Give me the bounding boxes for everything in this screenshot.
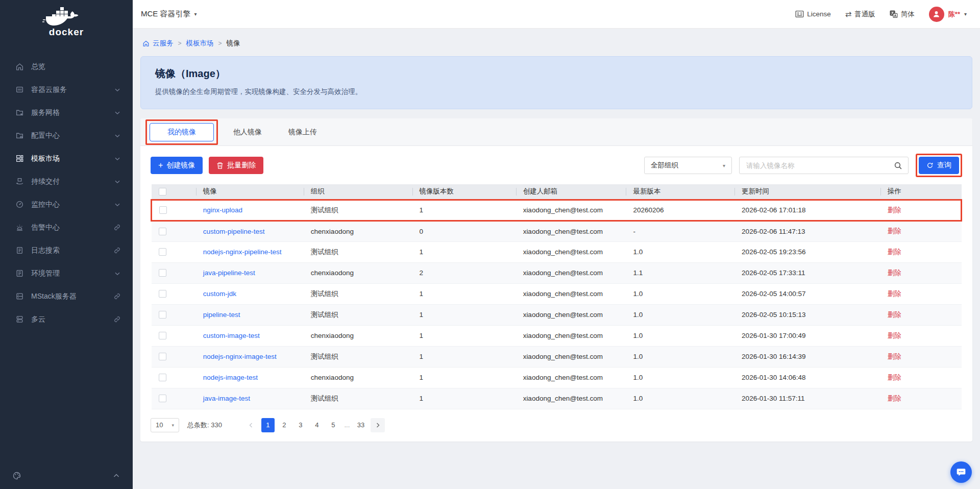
row-checkbox[interactable] xyxy=(159,269,166,277)
image-name-link[interactable]: nodejs-image-test xyxy=(203,374,258,381)
org-filter-select[interactable]: 全部组织 ▾ xyxy=(644,157,732,174)
page-number-3[interactable]: 3 xyxy=(294,418,307,432)
row-checkbox[interactable] xyxy=(159,206,167,214)
org-cell: 测试组织 xyxy=(304,283,412,304)
chevron-down-icon xyxy=(114,87,120,93)
delete-link[interactable]: 删除 xyxy=(888,311,901,319)
sidebar-item-alert-center[interactable]: 告警中心 xyxy=(0,216,133,239)
org-cell: 测试组织 xyxy=(304,241,412,262)
sidebar-item-container-cloud[interactable]: 容器云服务 xyxy=(0,78,133,101)
delete-link[interactable]: 删除 xyxy=(888,374,901,381)
row-checkbox[interactable] xyxy=(159,290,166,298)
alarm-icon xyxy=(15,223,24,232)
image-name-link[interactable]: java-image-test xyxy=(203,395,250,402)
breadcrumb-cloud-service[interactable]: 云服务 xyxy=(142,39,174,48)
sidebar-collapse-icon[interactable] xyxy=(112,472,120,480)
versions-cell: 0 xyxy=(412,221,516,241)
sidebar-item-config-center[interactable]: 配置中心 xyxy=(0,124,133,147)
row-checkbox[interactable] xyxy=(159,228,166,235)
license-menu[interactable]: License xyxy=(795,10,831,18)
latest-version-cell: 1.0 xyxy=(626,283,734,304)
refresh-icon xyxy=(926,162,934,169)
row-checkbox[interactable] xyxy=(159,374,166,381)
external-link-icon xyxy=(114,293,120,300)
batch-delete-button[interactable]: 批量删除 xyxy=(209,157,263,174)
query-button[interactable]: 查询 xyxy=(919,157,959,174)
email-cell: xiaodong_chen@test.com xyxy=(516,325,626,346)
delete-link[interactable]: 删除 xyxy=(888,395,901,402)
create-image-button[interactable]: + 创建镜像 xyxy=(151,157,203,174)
user-menu[interactable]: 陈** ▾ xyxy=(929,7,967,22)
delete-link[interactable]: 删除 xyxy=(888,227,901,235)
delete-link[interactable]: 删除 xyxy=(888,353,901,360)
chevron-down-icon: ▾ xyxy=(723,163,725,168)
image-name-link[interactable]: custom-jdk xyxy=(203,290,236,298)
sidebar-item-log-search[interactable]: 日志搜索 xyxy=(0,239,133,262)
sidebar-item-multi-cloud[interactable]: 多云 xyxy=(0,308,133,331)
delete-link[interactable]: 删除 xyxy=(888,290,901,298)
page-number-4[interactable]: 4 xyxy=(310,418,324,432)
versions-cell: 1 xyxy=(412,283,516,304)
delete-link[interactable]: 删除 xyxy=(888,248,901,256)
image-name-link[interactable]: nginx-upload xyxy=(203,206,242,214)
tab-my-images[interactable]: 我的镜像 xyxy=(150,123,214,141)
delete-link[interactable]: 删除 xyxy=(888,206,901,214)
page-numbers: 12345...33 xyxy=(260,418,369,432)
image-name-link[interactable]: nodejs-nginx-image-test xyxy=(203,353,277,360)
email-cell: xiaodong_chen@test.com xyxy=(516,221,626,241)
updated-time-cell: 2026-01-30 16:14:39 xyxy=(734,346,880,367)
external-link-icon xyxy=(114,316,120,323)
org-cell: chenxiaodong xyxy=(304,262,412,283)
row-checkbox[interactable] xyxy=(159,311,166,319)
theme-palette-icon[interactable] xyxy=(12,471,21,480)
page-number-1[interactable]: 1 xyxy=(261,418,275,432)
sidebar-item-template-market[interactable]: 模板市场 xyxy=(0,147,133,170)
sidebar-item-overview[interactable]: 总览 xyxy=(0,55,133,78)
delete-link[interactable]: 删除 xyxy=(888,269,901,277)
image-name-link[interactable]: pipeline-test xyxy=(203,311,240,319)
support-chat-button[interactable] xyxy=(950,461,972,483)
image-name-link[interactable]: custom-image-test xyxy=(203,332,260,339)
row-checkbox[interactable] xyxy=(159,353,166,360)
page-number-33[interactable]: 33 xyxy=(354,418,368,432)
next-page-button[interactable] xyxy=(371,418,385,432)
prev-page-button[interactable] xyxy=(244,418,258,432)
sidebar-item-monitor-center[interactable]: 监控中心 xyxy=(0,193,133,216)
image-name-link[interactable]: java-pipeline-test xyxy=(203,269,255,277)
table-header-row: 镜像 组织 镜像版本数 创建人邮箱 最新版本 更新时间 操作 xyxy=(152,184,962,200)
search-icon[interactable] xyxy=(894,161,902,170)
image-name-link[interactable]: custom-pipeline-test xyxy=(203,228,265,235)
org-cell: chenxiaodong xyxy=(304,367,412,388)
docker-logo: docker xyxy=(0,0,133,41)
language-label: 简体 xyxy=(901,10,915,19)
sidebar: docker 总览 容器云服务 服务网格 配置中心 模板市场 持续交付 监控中心… xyxy=(0,0,133,489)
external-link-icon xyxy=(114,224,120,231)
tab-image-upload[interactable]: 镜像上传 xyxy=(275,124,330,141)
select-all-checkbox[interactable] xyxy=(159,188,166,195)
product-switcher[interactable]: MCE 容器引擎 ▾ xyxy=(141,9,197,19)
user-icon xyxy=(932,10,941,18)
page-size-select[interactable]: 10 ▾ xyxy=(151,418,179,432)
chevron-down-icon xyxy=(114,156,120,162)
language-switcher[interactable]: 简体 xyxy=(890,10,915,19)
trash-icon xyxy=(216,162,224,169)
search-input[interactable] xyxy=(745,161,894,170)
sidebar-item-service-mesh[interactable]: 服务网格 xyxy=(0,101,133,124)
delete-link[interactable]: 删除 xyxy=(888,332,901,339)
latest-version-cell: 1.0 xyxy=(626,388,734,409)
breadcrumb-template-market[interactable]: 模板市场 xyxy=(186,39,214,48)
sidebar-item-continuous-delivery[interactable]: 持续交付 xyxy=(0,170,133,193)
tabstrip: 我的镜像 他人镜像 镜像上传 xyxy=(140,118,972,146)
sidebar-item-mstack-server[interactable]: MStack服务器 xyxy=(0,285,133,308)
row-checkbox[interactable] xyxy=(159,395,166,402)
row-checkbox[interactable] xyxy=(159,332,166,339)
row-checkbox[interactable] xyxy=(159,248,166,256)
tab-others-images[interactable]: 他人镜像 xyxy=(220,124,275,141)
edition-switcher[interactable]: ⇄ 普通版 xyxy=(845,10,875,19)
sidebar-item-env-management[interactable]: 环境管理 xyxy=(0,262,133,285)
image-name-link[interactable]: nodejs-nginx-pipeline-test xyxy=(203,248,282,256)
product-name: MCE 容器引擎 xyxy=(141,9,191,19)
page-number-2[interactable]: 2 xyxy=(278,418,291,432)
config-icon xyxy=(15,131,24,140)
page-number-5[interactable]: 5 xyxy=(327,418,340,432)
